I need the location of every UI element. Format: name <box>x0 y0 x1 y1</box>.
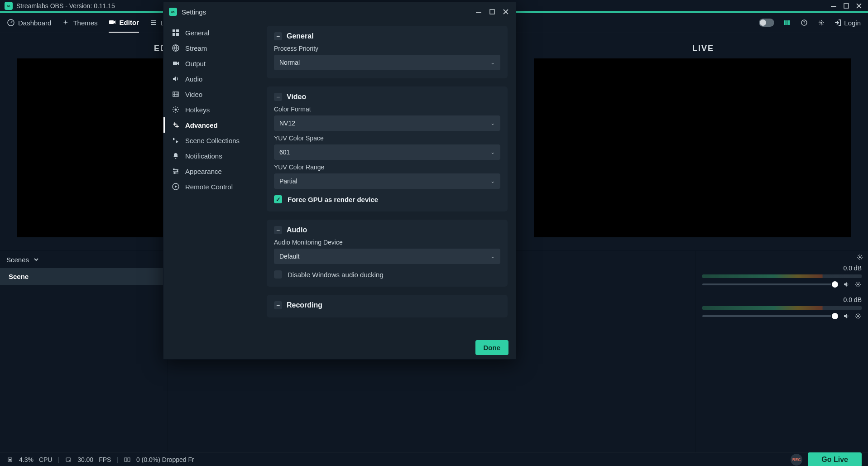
volume-slider[interactable] <box>702 315 838 317</box>
chevron-down-icon[interactable] <box>33 256 40 263</box>
sidebar-item-output[interactable]: Output <box>163 56 262 71</box>
chevron-down-icon: ⌄ <box>490 59 495 66</box>
sidebar-label: Appearance <box>185 168 222 175</box>
svg-rect-25 <box>176 29 179 32</box>
svg-text:?: ? <box>803 20 806 25</box>
sidebar-item-video[interactable]: Video <box>163 86 262 102</box>
cpu-label: CPU <box>39 456 53 463</box>
select-value: Default <box>279 253 299 260</box>
sidebar-item-notifications[interactable]: Notifications <box>163 148 262 163</box>
scene-item[interactable]: Scene <box>0 268 167 285</box>
collapse-button[interactable]: − <box>274 301 282 309</box>
sidebar-item-remote-control[interactable]: Remote Control <box>163 179 262 194</box>
settings-gear-icon[interactable] <box>817 18 826 27</box>
login-button[interactable]: Login <box>834 19 861 27</box>
dropped-frames: 0 (0.0%) Dropped Fr <box>136 456 194 463</box>
process-priority-select[interactable]: Normal ⌄ <box>274 55 500 70</box>
svg-rect-8 <box>786 20 788 25</box>
nav-label: Editor <box>120 19 139 26</box>
sidebar-item-stream[interactable]: Stream <box>163 40 262 56</box>
login-icon <box>834 19 841 26</box>
topnav-right: ? Login <box>759 18 861 27</box>
svg-rect-4 <box>151 20 156 21</box>
settings-content[interactable]: − General Process Priority Normal ⌄ − Vi… <box>262 21 516 336</box>
modal-minimize-icon[interactable] <box>474 7 483 16</box>
nav-editor[interactable]: Editor <box>109 13 139 33</box>
checkbox-label: Force GPU as render device <box>288 196 378 203</box>
channel-gear-icon[interactable] <box>854 281 862 288</box>
color-format-select[interactable]: NV12 ⌄ <box>274 115 500 131</box>
modal-close-icon[interactable] <box>501 7 510 16</box>
field-label: Process Priority <box>274 45 500 52</box>
yuv-space-select[interactable]: 601 ⌄ <box>274 144 500 160</box>
collapse-button[interactable]: − <box>274 226 282 234</box>
record-button[interactable]: REC <box>791 454 802 466</box>
mixer-gear-icon[interactable] <box>856 254 863 261</box>
section-title: Recording <box>287 301 322 309</box>
speaker-icon[interactable] <box>843 312 850 320</box>
go-live-button[interactable]: Go Live <box>808 452 862 466</box>
minimize-icon[interactable] <box>829 1 838 10</box>
live-preview[interactable] <box>534 58 851 237</box>
sidebar-label: General <box>185 29 209 37</box>
mixer-channel: 0.0 dB <box>696 293 868 325</box>
svg-point-34 <box>173 168 175 170</box>
grid-icon <box>172 29 180 37</box>
output-icon <box>172 59 180 67</box>
force-gpu-row[interactable]: Force GPU as render device <box>274 195 500 203</box>
rec-label: REC <box>792 457 801 462</box>
bell-icon <box>172 152 180 160</box>
svg-point-31 <box>175 109 177 111</box>
collapse-button[interactable]: − <box>274 93 282 101</box>
svg-point-19 <box>69 460 70 461</box>
collections-icon <box>172 136 180 144</box>
select-value: Partial <box>279 178 297 185</box>
sidebar-item-advanced[interactable]: Advanced <box>163 117 262 133</box>
svg-rect-22 <box>476 12 481 13</box>
gears-icon <box>172 121 180 129</box>
login-label: Login <box>844 19 861 27</box>
audio-monitor-select[interactable]: Default ⌄ <box>274 249 500 264</box>
channel-gear-icon[interactable] <box>854 312 862 320</box>
modal-maximize-icon[interactable] <box>488 7 497 16</box>
svg-rect-6 <box>151 24 156 25</box>
nav-themes[interactable]: Themes <box>62 13 97 33</box>
svg-rect-7 <box>784 20 786 25</box>
ducking-row[interactable]: Disable Windows audio ducking <box>274 270 500 279</box>
theme-toggle[interactable] <box>759 19 774 27</box>
app-logo-icon: ∞ <box>5 2 13 10</box>
fps-label: FPS <box>99 456 111 463</box>
sidebar-item-hotkeys[interactable]: Hotkeys <box>163 102 262 117</box>
speaker-icon <box>172 75 180 83</box>
sidebar-item-appearance[interactable]: Appearance <box>163 163 262 179</box>
svg-rect-17 <box>9 459 11 461</box>
speaker-icon[interactable] <box>843 281 850 288</box>
force-gpu-checkbox[interactable] <box>274 195 282 203</box>
bars-icon[interactable] <box>782 18 791 27</box>
yuv-range-select[interactable]: Partial ⌄ <box>274 173 500 189</box>
svg-point-14 <box>857 283 859 285</box>
sidebar-item-scene-collections[interactable]: Scene Collections <box>163 133 262 148</box>
maximize-icon[interactable] <box>842 1 851 10</box>
chevron-down-icon: ⌄ <box>490 253 495 259</box>
svg-rect-0 <box>831 6 836 7</box>
disk-icon <box>65 456 72 463</box>
select-value: Normal <box>279 59 300 66</box>
close-icon[interactable] <box>854 1 863 10</box>
volume-slider[interactable] <box>702 283 838 285</box>
done-button[interactable]: Done <box>475 340 509 355</box>
mixer-panel: 0.0 dB 0.0 dB <box>696 251 868 452</box>
svg-rect-20 <box>125 458 127 461</box>
nav-dashboard[interactable]: Dashboard <box>7 13 51 33</box>
section-title: Video <box>287 93 306 101</box>
field-label: Audio Monitoring Device <box>274 239 500 246</box>
ducking-checkbox[interactable] <box>274 270 282 279</box>
help-icon[interactable]: ? <box>800 18 809 27</box>
camera-icon <box>109 19 116 26</box>
mixer-db-label: 0.0 dB <box>702 264 862 272</box>
film-icon <box>172 90 180 98</box>
sidebar-item-audio[interactable]: Audio <box>163 71 262 86</box>
sidebar-item-general[interactable]: General <box>163 25 262 40</box>
collapse-button[interactable]: − <box>274 32 282 40</box>
sidebar-label: Advanced <box>185 121 218 129</box>
